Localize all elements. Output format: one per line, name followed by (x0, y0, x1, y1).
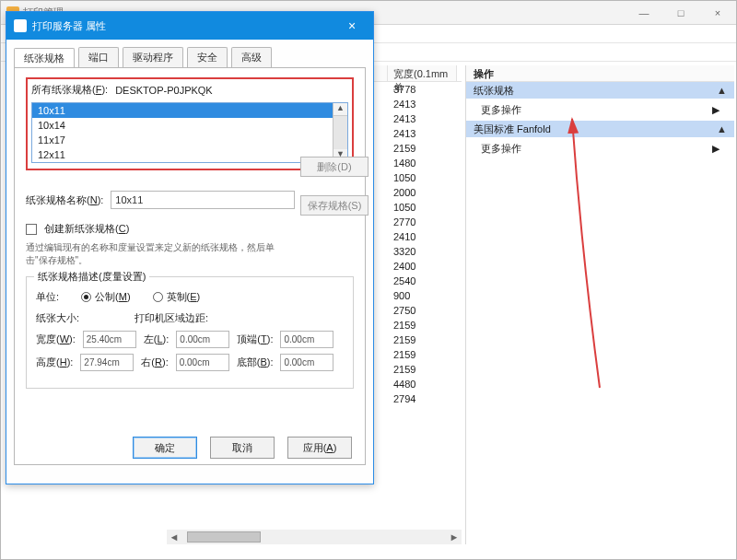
hscroll[interactable]: ◄ ► (167, 530, 462, 544)
ok-button[interactable]: 确定 (133, 437, 197, 459)
create-new-checkbox[interactable] (26, 224, 37, 235)
group-legend: 纸张规格描述(度量设置) (34, 270, 149, 284)
dialog-close-button[interactable]: × (338, 18, 366, 33)
list-vscroll[interactable]: ▲ ▼ (333, 103, 347, 162)
print-server-properties-dialog: 打印服务器 属性 × 纸张规格 端口 驱动程序 安全 高级 所有纸张规格(F):… (6, 11, 374, 484)
server-name: DESKTOP-P0JPKQK (115, 85, 213, 96)
chevron-up-icon: ▲ (717, 123, 727, 134)
height-label: 高度(H): (36, 356, 73, 369)
left-label: 左(L): (144, 332, 170, 346)
width-label: 宽度(W): (36, 332, 76, 346)
dialog-title: 打印服务器 属性 (32, 19, 106, 33)
forms-listbox[interactable]: 10x1110x1411x1712x11 ▲ ▼ (31, 102, 348, 163)
right-label: 右(R): (141, 356, 168, 369)
hscroll-thumb[interactable] (187, 531, 261, 542)
tab-security[interactable]: 安全 (187, 47, 228, 67)
dialog-tabs: 纸张规格 端口 驱动程序 安全 高级 (6, 45, 373, 67)
ops-panel: 操作 纸张规格 ▲ 更多操作 ▶ 美国标准 Fanfold ▲ 更多操作 ▶ (465, 65, 734, 544)
bottom-input[interactable] (280, 354, 333, 371)
printer-icon (14, 19, 27, 32)
chevron-up-icon: ▲ (717, 85, 727, 96)
dialog-titlebar[interactable]: 打印服务器 属性 × (6, 12, 373, 40)
measurement-group: 纸张规格描述(度量设置) 单位: 公制(M) 英制(E) 纸张大小: 打印机区域… (26, 276, 354, 389)
tab-body: 所有纸张规格(F): DESKTOP-P0JPKQK 10x1110x1411x… (14, 67, 366, 465)
radio-metric[interactable]: 公制(M) (81, 290, 131, 304)
top-label: 顶端(T): (237, 332, 273, 346)
right-input[interactable] (176, 354, 229, 371)
ops-more-1[interactable]: 更多操作 ▶ (466, 99, 734, 121)
tab-ports[interactable]: 端口 (78, 47, 119, 67)
form-option[interactable]: 10x11 (32, 103, 333, 118)
triangle-right-icon: ▶ (712, 143, 719, 155)
paper-size-label: 纸张大小: (36, 311, 79, 325)
min-button[interactable]: — (626, 1, 662, 25)
dialog-buttons: 确定 取消 应用(A) (133, 437, 352, 459)
col-width[interactable]: 宽度(0.1mm 单 (388, 65, 457, 81)
radio-icon (81, 292, 91, 302)
height-input[interactable] (80, 354, 134, 371)
delete-button[interactable]: 删除(D) (300, 157, 368, 177)
form-option[interactable]: 11x17 (32, 133, 333, 147)
radio-icon (153, 292, 163, 302)
save-form-button[interactable]: 保存规格(S) (300, 195, 368, 216)
form-name-label: 纸张规格名称(N): (26, 193, 103, 207)
tab-drivers[interactable]: 驱动程序 (123, 47, 183, 67)
close-button[interactable]: × (699, 1, 736, 25)
scroll-right-icon[interactable]: ► (447, 531, 462, 542)
tab-advanced[interactable]: 高级 (231, 47, 272, 67)
form-name-input[interactable] (111, 191, 295, 209)
ops-header: 操作 (466, 65, 734, 82)
help-text: 通过编辑现有的名称和度量设置来定义新的纸张规格，然后单击"保存规格"。 (26, 241, 354, 267)
ops-more-2[interactable]: 更多操作 ▶ (466, 137, 734, 159)
left-input[interactable] (176, 331, 229, 348)
ops-section-fanfold[interactable]: 美国标准 Fanfold ▲ (466, 121, 734, 137)
triangle-right-icon: ▶ (712, 104, 719, 116)
cancel-button[interactable]: 取消 (210, 437, 275, 459)
apply-button[interactable]: 应用(A) (287, 437, 352, 459)
form-option[interactable]: 12x11 (32, 147, 333, 162)
radio-imperial[interactable]: 英制(E) (153, 290, 201, 304)
unit-label: 单位: (36, 290, 59, 304)
bottom-label: 底部(B): (237, 356, 274, 369)
top-input[interactable] (280, 331, 333, 348)
width-input[interactable] (83, 331, 136, 348)
scroll-track[interactable] (333, 116, 347, 149)
scroll-up-icon[interactable]: ▲ (333, 103, 347, 116)
tab-forms[interactable]: 纸张规格 (14, 48, 75, 68)
all-forms-label: 所有纸张规格(F): (31, 83, 108, 97)
ops-section-forms[interactable]: 纸张规格 ▲ (466, 82, 734, 99)
max-button[interactable]: □ (662, 1, 699, 25)
scroll-left-icon[interactable]: ◄ (167, 531, 181, 542)
create-new-label: 创建新纸张规格(C) (44, 222, 129, 236)
form-option[interactable]: 10x14 (32, 118, 333, 133)
margins-label: 打印机区域边距: (135, 311, 208, 325)
